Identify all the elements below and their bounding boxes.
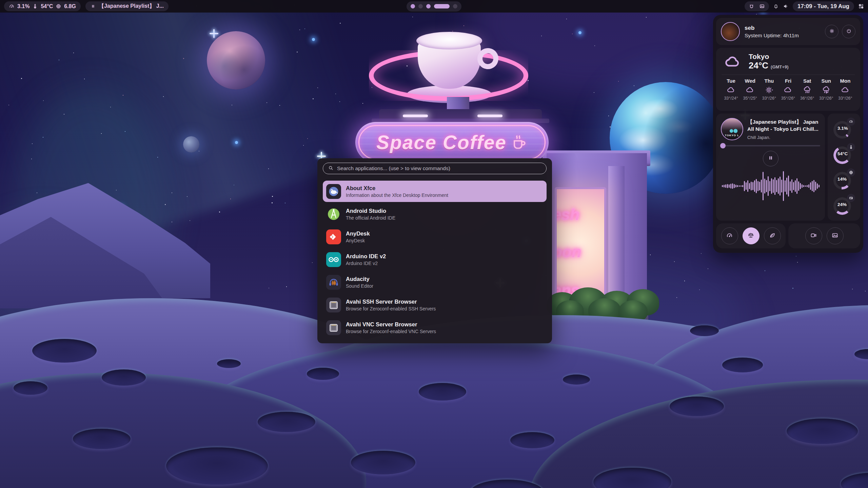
crater [351,451,415,474]
scales-dock-button[interactable] [743,227,760,244]
star [190,220,190,221]
topbar-left-cluster: 3.1% 54°C 6.8G 【Japanese Playlist】 J... [4,1,169,11]
star [412,17,413,17]
user-actions [825,25,855,38]
leaf-dock-button[interactable] [764,227,781,244]
waveform-bar [781,180,782,192]
workspace-dot-1[interactable] [411,4,415,8]
star [756,14,757,15]
app-row-arduino-ide-v2[interactable]: Arduino IDE v2 Arduino IDE v2 [323,249,547,270]
speedometer-icon [847,118,855,126]
seek-bar[interactable] [721,145,820,146]
app-row-anydesk[interactable]: AnyDesk AnyDesk [323,226,547,247]
weather-header: Tokyo 24°C (GMT+9) [722,53,855,71]
dashboard-grid-icon[interactable] [858,3,864,9]
pet-icon[interactable] [749,3,754,9]
crater [690,325,719,336]
speedometer-dock-button[interactable] [721,227,738,244]
forecast-day-tue: Tue 33°/24° [722,78,741,101]
app-row-avahi-vnc-server-browser[interactable]: Avahi VNC Server Browser Browse for Zero… [323,317,547,338]
sidebar-dock-left [716,223,786,248]
workspace-indicator[interactable] [407,1,461,12]
star [634,85,634,86]
notifications-bell-icon[interactable] [773,3,779,9]
sign-cup-icon [510,134,528,151]
star [312,262,313,263]
seek-knob[interactable] [720,143,726,148]
waveform-bar [780,177,781,196]
star [701,253,702,254]
waveform-bar [788,176,789,197]
audio-waveform [721,170,820,202]
star [313,98,314,99]
cloud-icon [722,53,744,70]
star [618,81,619,82]
workspace-dot-2[interactable] [418,4,423,8]
power-icon [846,28,852,35]
power-button[interactable] [842,25,855,38]
waveform-bar [810,182,811,190]
forecast-temps: 33°/26° [762,96,776,101]
forecast-temps: 35°/26° [781,96,795,101]
forecast-day-thu: Thu 33°/26° [760,78,778,101]
crater [510,432,554,448]
star [165,204,166,205]
weather-card: Tokyo 24°C (GMT+9) Tue 33°/24°Wed 35°/25… [716,48,860,111]
window-neon-text: esh [555,205,579,224]
workspace-dot-5[interactable] [453,4,457,8]
crater [14,381,47,395]
sign-text: Space Coffee [376,131,507,154]
now-playing-pill[interactable]: 【Japanese Playlist】 J... [85,1,169,11]
pause-icon [90,3,96,9]
star [340,23,341,24]
app-name: Avahi SSH Server Browser [346,299,436,305]
search-box[interactable] [323,163,547,174]
star [84,79,85,79]
waveform-bar [773,179,774,193]
androidstudio-app-icon [326,207,341,222]
album-art: TOKYO L [721,118,743,140]
wallpaper-icon[interactable] [759,3,765,9]
gauge-value: 14% [837,177,847,182]
pause-button[interactable] [763,151,778,166]
waveform-bar [774,177,775,195]
waveform-bar [807,185,808,187]
workspace-dot-4[interactable] [434,4,450,8]
star [101,133,102,134]
image-dock-button[interactable] [827,227,844,244]
star [797,262,798,263]
cloud-icon [746,85,754,94]
workspace-dot-3[interactable] [426,4,431,8]
system-stats-pill[interactable]: 3.1% 54°C 6.8G [4,1,81,11]
system-gauges: 3.1% 54°C 14% 24% [828,114,860,221]
app-row-avahi-ssh-server-browser[interactable]: Avahi SSH Server Browser Browse for Zero… [323,294,547,316]
track-title-line1: 【Japanese Playlist】 Japan [747,119,818,125]
waveform-bar [725,184,726,188]
volume-icon[interactable] [783,3,789,9]
app-row-android-studio[interactable]: Android Studio The official Android IDE [323,203,547,225]
app-description: Sound Editor [346,283,373,289]
settings-button[interactable] [825,25,839,38]
app-row-audacity[interactable]: Audacity Sound Editor [323,271,547,293]
forecast-day-label: Mon [840,78,851,84]
cloud-icon [841,85,850,94]
star [792,288,793,289]
cpu-usage: 3.1% [17,3,29,9]
forecast-day-label: Thu [765,78,774,84]
clock[interactable]: 17:09 - Tue, 19 Aug [793,1,854,11]
star [187,196,188,197]
app-name: Avahi VNC Server Browser [346,321,436,328]
app-row-about-xfce[interactable]: About Xfce Information about the Xfce De… [323,181,547,202]
camera-dock-button[interactable] [805,227,822,244]
forecast-day-fri: Fri 35°/26° [778,78,797,101]
now-playing-label: 【Japanese Playlist】 J... [99,3,164,10]
top-bar: 3.1% 54°C 6.8G 【Japanese Playlist】 J... … [0,0,868,13]
music-player-card: TOKYO L 【Japanese Playlist】 Japan All Ni… [716,114,825,221]
star [232,105,232,105]
star [64,114,64,115]
track-subtitle: Chill Japan. [747,135,818,140]
search-input[interactable] [337,165,541,171]
track-title-line2: All Night - Tokyo LoFi Chill... [747,126,818,132]
star [219,211,220,212]
waveform-bar [761,180,762,192]
